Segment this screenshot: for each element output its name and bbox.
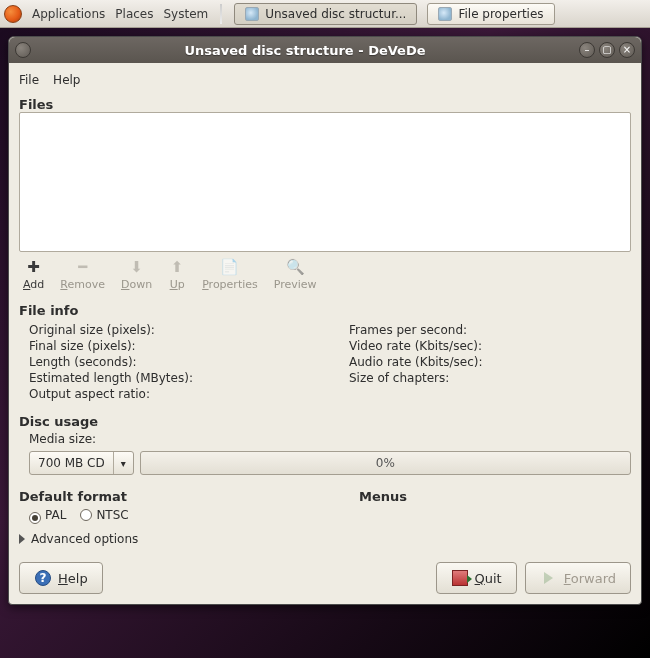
vrate-label: Video rate (Kbits/sec): [349,338,631,354]
menu-file[interactable]: File [19,73,39,87]
taskbar-item-devede[interactable]: Unsaved disc structur... [234,3,417,25]
add-button[interactable]: ✚ Add [23,258,44,291]
disc-icon [438,7,452,21]
format-radio-group: PAL NTSC [19,508,631,524]
progress-text: 0% [376,456,395,470]
preview-icon: 🔍 [286,258,304,276]
app-window: Unsaved disc structure - DeVeDe – ▢ × Fi… [8,36,642,605]
disc-usage-header: Disc usage [19,414,631,429]
default-format-header: Default format [19,489,359,504]
disc-icon [245,7,259,21]
media-size-label: Media size: [19,431,631,447]
up-button[interactable]: ⬆ Up [168,258,186,291]
preview-button[interactable]: 🔍 Preview [274,258,317,291]
forward-button[interactable]: Forward [525,562,631,594]
plus-icon: ✚ [25,258,43,276]
window-title: Unsaved disc structure - DeVeDe [37,43,573,58]
files-toolbar: ✚ Add ━ Remove ⬇ Down ⬆ Up 📄 Properties … [19,252,631,293]
menubar: File Help [19,69,631,93]
minus-icon: ━ [74,258,92,276]
panel-applications[interactable]: Applications [32,7,105,21]
panel-system[interactable]: System [163,7,208,21]
minimize-button[interactable]: – [579,42,595,58]
chevron-down-icon: ▾ [113,452,133,474]
chapters-label: Size of chapters: [349,370,631,386]
gnome-panel: Applications Places System Unsaved disc … [0,0,650,28]
media-size-value: 700 MB CD [30,456,113,470]
triangle-right-icon [19,534,25,544]
media-size-combo[interactable]: 700 MB CD ▾ [29,451,134,475]
window-body: File Help Files ✚ Add ━ Remove ⬇ Down ⬆ … [9,63,641,604]
radio-ntsc[interactable]: NTSC [80,508,128,524]
close-button[interactable]: × [619,42,635,58]
fileinfo-header: File info [19,303,631,318]
fps-label: Frames per second: [349,322,631,338]
remove-button[interactable]: ━ Remove [60,258,105,291]
est-length-label: Estimated length (MBytes): [29,370,349,386]
menu-help[interactable]: Help [53,73,80,87]
arrow-down-icon: ⬇ [128,258,146,276]
taskbar-item-label: Unsaved disc structur... [265,7,406,21]
help-icon: ? [35,570,51,586]
help-button[interactable]: ? Help [19,562,103,594]
fileinfo-grid: Original size (pixels): Final size (pixe… [19,322,631,402]
original-size-label: Original size (pixels): [29,322,349,338]
menus-header: Menus [359,489,631,504]
properties-button[interactable]: 📄 Properties [202,258,258,291]
quit-button[interactable]: Quit [436,562,517,594]
arate-label: Audio rate (Kbits/sec): [349,354,631,370]
arrow-up-icon: ⬆ [168,258,186,276]
files-list[interactable] [19,112,631,252]
quit-icon [452,570,468,586]
radio-icon [29,512,41,524]
radio-pal[interactable]: PAL [29,508,66,524]
advanced-options-label: Advanced options [31,532,138,546]
maximize-button[interactable]: ▢ [599,42,615,58]
taskbar-item-label: File properties [458,7,543,21]
files-label: Files [19,97,631,112]
down-button[interactable]: ⬇ Down [121,258,152,291]
panel-places[interactable]: Places [115,7,153,21]
taskbar-item-fileprops[interactable]: File properties [427,3,554,25]
aspect-label: Output aspect ratio: [29,386,349,402]
window-menu-icon[interactable] [15,42,31,58]
length-label: Length (seconds): [29,354,349,370]
radio-icon [80,509,92,521]
ubuntu-logo-icon [4,5,22,23]
titlebar[interactable]: Unsaved disc structure - DeVeDe – ▢ × [9,37,641,63]
disc-usage-progress: 0% [140,451,631,475]
final-size-label: Final size (pixels): [29,338,349,354]
panel-separator [220,4,222,24]
dialog-button-row: ? Help Quit Forward [19,562,631,594]
arrow-right-icon [544,572,553,584]
advanced-options-expander[interactable]: Advanced options [19,532,631,546]
document-icon: 📄 [221,258,239,276]
